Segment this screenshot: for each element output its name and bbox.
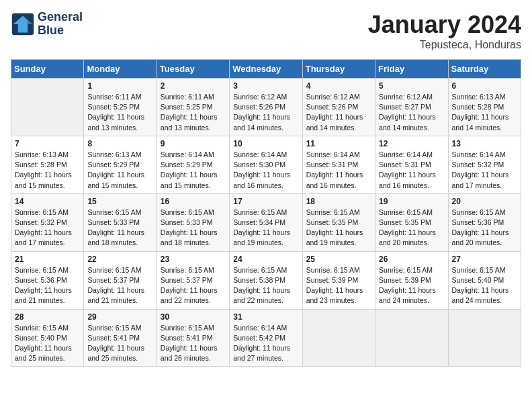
day-number: 15 <box>87 197 152 206</box>
cell-content: Sunrise: 6:12 AMSunset: 5:27 PMDaylight:… <box>379 92 444 133</box>
day-number: 13 <box>452 139 517 148</box>
day-number: 3 <box>233 81 298 91</box>
logo-icon <box>11 12 35 36</box>
cell-content: Sunrise: 6:15 AMSunset: 5:38 PMDaylight:… <box>233 265 298 306</box>
calendar-cell <box>448 309 521 367</box>
day-number: 28 <box>15 312 80 322</box>
calendar-cell: 22Sunrise: 6:15 AMSunset: 5:37 PMDayligh… <box>84 251 157 309</box>
day-number: 31 <box>233 312 298 322</box>
calendar-cell: 14Sunrise: 6:15 AMSunset: 5:32 PMDayligh… <box>11 193 84 251</box>
calendar-cell: 27Sunrise: 6:15 AMSunset: 5:40 PMDayligh… <box>448 251 521 309</box>
day-number: 2 <box>161 81 226 91</box>
calendar-week-2: 7Sunrise: 6:13 AMSunset: 5:28 PMDaylight… <box>11 136 521 193</box>
cell-content: Sunrise: 6:15 AMSunset: 5:35 PMDaylight:… <box>306 208 371 248</box>
column-header-sunday: Sunday <box>11 60 84 79</box>
day-number: 14 <box>15 197 80 206</box>
calendar-cell: 25Sunrise: 6:15 AMSunset: 5:39 PMDayligh… <box>302 251 375 309</box>
day-number: 17 <box>233 197 298 206</box>
day-number: 27 <box>452 255 517 264</box>
day-number: 30 <box>161 312 226 322</box>
cell-content: Sunrise: 6:14 AMSunset: 5:42 PMDaylight:… <box>233 323 298 364</box>
day-number: 5 <box>379 81 444 91</box>
cell-content: Sunrise: 6:14 AMSunset: 5:29 PMDaylight:… <box>161 150 226 191</box>
day-number: 6 <box>452 81 517 91</box>
calendar-cell: 11Sunrise: 6:14 AMSunset: 5:31 PMDayligh… <box>302 136 375 193</box>
day-number: 24 <box>233 255 298 264</box>
cell-content: Sunrise: 6:14 AMSunset: 5:31 PMDaylight:… <box>379 150 444 191</box>
column-header-saturday: Saturday <box>448 60 521 79</box>
calendar-week-5: 28Sunrise: 6:15 AMSunset: 5:40 PMDayligh… <box>11 309 521 367</box>
cell-content: Sunrise: 6:15 AMSunset: 5:36 PMDaylight:… <box>15 265 80 306</box>
day-number: 23 <box>161 255 226 264</box>
calendar-cell: 15Sunrise: 6:15 AMSunset: 5:33 PMDayligh… <box>84 193 157 251</box>
calendar-cell: 9Sunrise: 6:14 AMSunset: 5:29 PMDaylight… <box>157 136 229 193</box>
day-number: 29 <box>87 312 152 322</box>
calendar-cell: 26Sunrise: 6:15 AMSunset: 5:39 PMDayligh… <box>375 251 448 309</box>
calendar-cell: 8Sunrise: 6:13 AMSunset: 5:29 PMDaylight… <box>84 136 157 193</box>
cell-content: Sunrise: 6:15 AMSunset: 5:36 PMDaylight:… <box>452 208 517 248</box>
calendar-cell: 17Sunrise: 6:15 AMSunset: 5:34 PMDayligh… <box>230 193 302 251</box>
day-number: 4 <box>306 81 371 91</box>
calendar-cell <box>375 309 448 367</box>
calendar-cell: 12Sunrise: 6:14 AMSunset: 5:31 PMDayligh… <box>375 136 448 193</box>
cell-content: Sunrise: 6:15 AMSunset: 5:41 PMDaylight:… <box>87 323 152 364</box>
day-number: 11 <box>306 139 371 148</box>
calendar-cell: 24Sunrise: 6:15 AMSunset: 5:38 PMDayligh… <box>230 251 302 309</box>
title-area: January 2024 Tepusteca, Honduras <box>368 11 521 51</box>
cell-content: Sunrise: 6:13 AMSunset: 5:28 PMDaylight:… <box>452 92 517 133</box>
calendar-week-3: 14Sunrise: 6:15 AMSunset: 5:32 PMDayligh… <box>11 193 521 251</box>
calendar-header-row: SundayMondayTuesdayWednesdayThursdayFrid… <box>11 60 521 79</box>
page-header: General Blue January 2024 Tepusteca, Hon… <box>11 11 521 51</box>
cell-content: Sunrise: 6:13 AMSunset: 5:28 PMDaylight:… <box>15 150 80 191</box>
calendar-week-4: 21Sunrise: 6:15 AMSunset: 5:36 PMDayligh… <box>11 251 521 309</box>
calendar-cell: 21Sunrise: 6:15 AMSunset: 5:36 PMDayligh… <box>11 251 84 309</box>
calendar-cell <box>11 79 84 136</box>
day-number: 20 <box>452 197 517 206</box>
column-header-monday: Monday <box>84 60 157 79</box>
day-number: 26 <box>379 255 444 264</box>
cell-content: Sunrise: 6:14 AMSunset: 5:30 PMDaylight:… <box>233 150 298 191</box>
calendar-cell: 30Sunrise: 6:15 AMSunset: 5:41 PMDayligh… <box>157 309 229 367</box>
day-number: 22 <box>87 255 152 264</box>
cell-content: Sunrise: 6:15 AMSunset: 5:37 PMDaylight:… <box>161 265 226 306</box>
cell-content: Sunrise: 6:15 AMSunset: 5:41 PMDaylight:… <box>161 323 226 364</box>
calendar-cell: 2Sunrise: 6:11 AMSunset: 5:25 PMDaylight… <box>157 79 229 136</box>
cell-content: Sunrise: 6:15 AMSunset: 5:33 PMDaylight:… <box>161 208 226 248</box>
calendar-cell: 5Sunrise: 6:12 AMSunset: 5:27 PMDaylight… <box>375 79 448 136</box>
calendar-cell: 4Sunrise: 6:12 AMSunset: 5:26 PMDaylight… <box>302 79 375 136</box>
column-header-tuesday: Tuesday <box>157 60 229 79</box>
calendar-cell: 6Sunrise: 6:13 AMSunset: 5:28 PMDaylight… <box>448 79 521 136</box>
cell-content: Sunrise: 6:15 AMSunset: 5:34 PMDaylight:… <box>233 208 298 248</box>
calendar-cell: 13Sunrise: 6:14 AMSunset: 5:32 PMDayligh… <box>448 136 521 193</box>
cell-content: Sunrise: 6:15 AMSunset: 5:33 PMDaylight:… <box>87 208 152 248</box>
calendar-cell: 28Sunrise: 6:15 AMSunset: 5:40 PMDayligh… <box>11 309 84 367</box>
cell-content: Sunrise: 6:14 AMSunset: 5:32 PMDaylight:… <box>452 150 517 191</box>
cell-content: Sunrise: 6:11 AMSunset: 5:25 PMDaylight:… <box>87 92 152 133</box>
calendar-cell: 19Sunrise: 6:15 AMSunset: 5:35 PMDayligh… <box>375 193 448 251</box>
day-number: 8 <box>87 139 152 148</box>
calendar-week-1: 1Sunrise: 6:11 AMSunset: 5:25 PMDaylight… <box>11 79 521 136</box>
calendar-cell: 1Sunrise: 6:11 AMSunset: 5:25 PMDaylight… <box>84 79 157 136</box>
day-number: 21 <box>15 255 80 264</box>
cell-content: Sunrise: 6:12 AMSunset: 5:26 PMDaylight:… <box>233 92 298 133</box>
logo: General Blue <box>11 11 83 38</box>
calendar-cell: 7Sunrise: 6:13 AMSunset: 5:28 PMDaylight… <box>11 136 84 193</box>
cell-content: Sunrise: 6:11 AMSunset: 5:25 PMDaylight:… <box>161 92 226 133</box>
day-number: 1 <box>87 81 152 91</box>
month-title: January 2024 <box>368 11 521 39</box>
cell-content: Sunrise: 6:15 AMSunset: 5:37 PMDaylight:… <box>87 265 152 306</box>
calendar-cell <box>302 309 375 367</box>
cell-content: Sunrise: 6:15 AMSunset: 5:35 PMDaylight:… <box>379 208 444 248</box>
location: Tepusteca, Honduras <box>368 39 521 51</box>
column-header-thursday: Thursday <box>302 60 375 79</box>
day-number: 12 <box>379 139 444 148</box>
calendar-cell: 16Sunrise: 6:15 AMSunset: 5:33 PMDayligh… <box>157 193 229 251</box>
cell-content: Sunrise: 6:14 AMSunset: 5:31 PMDaylight:… <box>306 150 371 191</box>
logo-text: General Blue <box>38 11 83 38</box>
calendar-cell: 18Sunrise: 6:15 AMSunset: 5:35 PMDayligh… <box>302 193 375 251</box>
cell-content: Sunrise: 6:15 AMSunset: 5:40 PMDaylight:… <box>452 265 517 306</box>
calendar-cell: 23Sunrise: 6:15 AMSunset: 5:37 PMDayligh… <box>157 251 229 309</box>
column-header-wednesday: Wednesday <box>230 60 302 79</box>
day-number: 16 <box>161 197 226 206</box>
cell-content: Sunrise: 6:15 AMSunset: 5:40 PMDaylight:… <box>15 323 80 364</box>
